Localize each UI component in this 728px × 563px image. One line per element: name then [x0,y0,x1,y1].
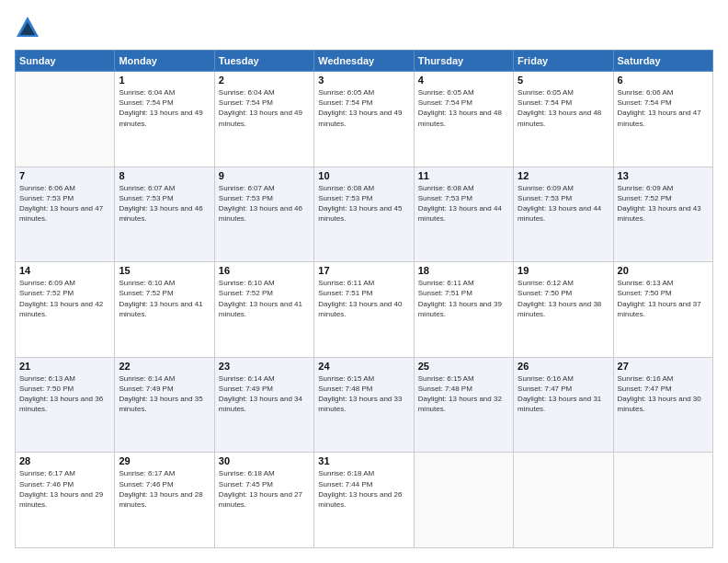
calendar-cell [514,453,613,548]
day-info: Sunrise: 6:15 AM Sunset: 7:48 PM Dayligh… [418,373,509,415]
calendar-cell [414,453,513,548]
calendar-cell: 29Sunrise: 6:17 AM Sunset: 7:46 PM Dayli… [115,453,214,548]
day-info: Sunrise: 6:05 AM Sunset: 7:54 PM Dayligh… [318,87,409,129]
calendar-header-wednesday: Wednesday [314,51,414,72]
day-info: Sunrise: 6:17 AM Sunset: 7:46 PM Dayligh… [19,468,110,510]
day-number: 3 [318,75,409,86]
calendar-cell: 23Sunrise: 6:14 AM Sunset: 7:49 PM Dayli… [214,357,313,453]
day-info: Sunrise: 6:18 AM Sunset: 7:44 PM Dayligh… [318,468,409,510]
calendar-week-row: 28Sunrise: 6:17 AM Sunset: 7:46 PM Dayli… [16,453,713,548]
day-info: Sunrise: 6:14 AM Sunset: 7:49 PM Dayligh… [119,373,210,415]
calendar-cell: 26Sunrise: 6:16 AM Sunset: 7:47 PM Dayli… [514,357,613,453]
calendar-cell: 27Sunrise: 6:16 AM Sunset: 7:47 PM Dayli… [613,357,712,453]
day-number: 26 [518,361,609,372]
calendar-cell: 8Sunrise: 6:07 AM Sunset: 7:53 PM Daylig… [115,167,214,262]
day-info: Sunrise: 6:13 AM Sunset: 7:50 PM Dayligh… [618,278,709,319]
calendar-header-thursday: Thursday [414,51,513,72]
day-number: 18 [418,265,509,276]
day-number: 1 [119,75,210,86]
day-number: 23 [219,361,310,372]
day-number: 31 [318,455,409,466]
calendar-cell: 11Sunrise: 6:08 AM Sunset: 7:53 PM Dayli… [414,167,513,262]
day-info: Sunrise: 6:06 AM Sunset: 7:53 PM Dayligh… [19,183,110,224]
calendar-header-tuesday: Tuesday [214,51,313,72]
day-number: 15 [119,265,210,276]
calendar-cell: 19Sunrise: 6:12 AM Sunset: 7:50 PM Dayli… [514,262,613,358]
day-number: 30 [219,455,310,466]
day-number: 6 [618,75,709,86]
day-info: Sunrise: 6:04 AM Sunset: 7:54 PM Dayligh… [219,87,310,129]
calendar-cell [16,72,115,167]
day-number: 22 [119,361,210,372]
calendar-cell [613,453,712,548]
calendar-cell: 13Sunrise: 6:09 AM Sunset: 7:52 PM Dayli… [613,167,712,262]
day-number: 8 [119,170,210,181]
day-number: 28 [19,455,110,466]
day-info: Sunrise: 6:15 AM Sunset: 7:48 PM Dayligh… [318,373,409,415]
calendar-cell: 20Sunrise: 6:13 AM Sunset: 7:50 PM Dayli… [613,262,712,358]
calendar-cell: 3Sunrise: 6:05 AM Sunset: 7:54 PM Daylig… [314,72,414,167]
day-info: Sunrise: 6:09 AM Sunset: 7:52 PM Dayligh… [618,183,709,224]
calendar-cell: 31Sunrise: 6:18 AM Sunset: 7:44 PM Dayli… [314,453,414,548]
day-info: Sunrise: 6:05 AM Sunset: 7:54 PM Dayligh… [518,87,609,129]
calendar-cell: 2Sunrise: 6:04 AM Sunset: 7:54 PM Daylig… [214,72,313,167]
day-info: Sunrise: 6:18 AM Sunset: 7:45 PM Dayligh… [219,468,310,510]
calendar-cell: 14Sunrise: 6:09 AM Sunset: 7:52 PM Dayli… [16,262,115,358]
day-number: 4 [418,75,509,86]
day-info: Sunrise: 6:07 AM Sunset: 7:53 PM Dayligh… [119,183,210,224]
day-info: Sunrise: 6:16 AM Sunset: 7:47 PM Dayligh… [518,373,609,415]
day-info: Sunrise: 6:11 AM Sunset: 7:51 PM Dayligh… [318,278,409,319]
calendar-cell: 17Sunrise: 6:11 AM Sunset: 7:51 PM Dayli… [314,262,414,358]
day-number: 13 [618,170,709,181]
day-number: 16 [219,265,310,276]
day-info: Sunrise: 6:04 AM Sunset: 7:54 PM Dayligh… [119,87,210,129]
calendar-week-row: 21Sunrise: 6:13 AM Sunset: 7:50 PM Dayli… [16,357,713,453]
day-info: Sunrise: 6:12 AM Sunset: 7:50 PM Dayligh… [518,278,609,319]
page: SundayMondayTuesdayWednesdayThursdayFrid… [0,0,728,563]
calendar-header-monday: Monday [115,51,214,72]
calendar-cell: 5Sunrise: 6:05 AM Sunset: 7:54 PM Daylig… [514,72,613,167]
calendar-header-sunday: Sunday [16,51,115,72]
calendar-cell: 6Sunrise: 6:06 AM Sunset: 7:54 PM Daylig… [613,72,712,167]
calendar-week-row: 1Sunrise: 6:04 AM Sunset: 7:54 PM Daylig… [16,72,713,167]
calendar-cell: 1Sunrise: 6:04 AM Sunset: 7:54 PM Daylig… [115,72,214,167]
calendar-week-row: 14Sunrise: 6:09 AM Sunset: 7:52 PM Dayli… [16,262,713,358]
day-info: Sunrise: 6:09 AM Sunset: 7:52 PM Dayligh… [19,278,110,319]
day-info: Sunrise: 6:10 AM Sunset: 7:52 PM Dayligh… [219,278,310,319]
day-number: 11 [418,170,509,181]
day-number: 20 [618,265,709,276]
day-number: 25 [418,361,509,372]
calendar-header-row: SundayMondayTuesdayWednesdayThursdayFrid… [16,51,713,72]
day-number: 29 [119,455,210,466]
day-info: Sunrise: 6:05 AM Sunset: 7:54 PM Dayligh… [418,87,509,129]
day-number: 27 [618,361,709,372]
calendar-cell: 24Sunrise: 6:15 AM Sunset: 7:48 PM Dayli… [314,357,414,453]
calendar-cell: 4Sunrise: 6:05 AM Sunset: 7:54 PM Daylig… [414,72,513,167]
day-number: 17 [318,265,409,276]
calendar-cell: 9Sunrise: 6:07 AM Sunset: 7:53 PM Daylig… [214,167,313,262]
calendar-cell: 22Sunrise: 6:14 AM Sunset: 7:49 PM Dayli… [115,357,214,453]
calendar-cell: 10Sunrise: 6:08 AM Sunset: 7:53 PM Dayli… [314,167,414,262]
calendar-cell: 25Sunrise: 6:15 AM Sunset: 7:48 PM Dayli… [414,357,513,453]
day-number: 12 [518,170,609,181]
day-info: Sunrise: 6:08 AM Sunset: 7:53 PM Dayligh… [418,183,509,224]
day-number: 14 [19,265,110,276]
day-info: Sunrise: 6:16 AM Sunset: 7:47 PM Dayligh… [618,373,709,415]
calendar-week-row: 7Sunrise: 6:06 AM Sunset: 7:53 PM Daylig… [16,167,713,262]
calendar-header-saturday: Saturday [613,51,712,72]
calendar-table: SundayMondayTuesdayWednesdayThursdayFrid… [15,50,713,548]
day-info: Sunrise: 6:14 AM Sunset: 7:49 PM Dayligh… [219,373,310,415]
header [15,15,713,40]
day-number: 21 [19,361,110,372]
day-number: 7 [19,170,110,181]
day-info: Sunrise: 6:07 AM Sunset: 7:53 PM Dayligh… [219,183,310,224]
day-number: 2 [219,75,310,86]
day-info: Sunrise: 6:06 AM Sunset: 7:54 PM Dayligh… [618,87,709,129]
day-number: 24 [318,361,409,372]
day-info: Sunrise: 6:08 AM Sunset: 7:53 PM Dayligh… [318,183,409,224]
logo-icon [15,15,40,40]
day-info: Sunrise: 6:09 AM Sunset: 7:53 PM Dayligh… [518,183,609,224]
calendar-cell: 21Sunrise: 6:13 AM Sunset: 7:50 PM Dayli… [16,357,115,453]
calendar-cell: 30Sunrise: 6:18 AM Sunset: 7:45 PM Dayli… [214,453,313,548]
day-number: 10 [318,170,409,181]
